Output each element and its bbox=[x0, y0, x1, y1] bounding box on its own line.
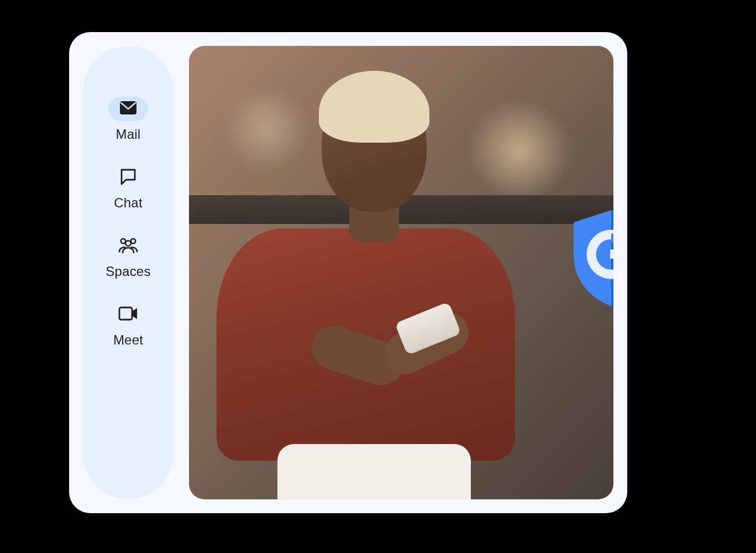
sidebar-item-mail[interactable]: Mail bbox=[108, 97, 148, 142]
sidebar-item-chat[interactable]: Chat bbox=[108, 165, 148, 211]
spaces-icon bbox=[118, 237, 138, 255]
meet-icon bbox=[118, 306, 138, 324]
meet-icon-wrap bbox=[108, 302, 148, 327]
sidebar-item-label: Mail bbox=[116, 127, 141, 142]
hero-photo bbox=[189, 46, 613, 499]
svg-point-1 bbox=[121, 239, 125, 243]
svg-point-3 bbox=[125, 241, 131, 246]
app-card: Mail Chat bbox=[69, 32, 627, 513]
photo-scene bbox=[189, 46, 613, 499]
svg-rect-4 bbox=[119, 307, 132, 320]
chat-icon-wrap bbox=[108, 165, 148, 190]
app-sidebar: Mail Chat bbox=[83, 46, 174, 499]
mail-icon-pill bbox=[108, 97, 148, 121]
mail-icon bbox=[119, 101, 137, 117]
sidebar-item-meet[interactable]: Meet bbox=[108, 302, 148, 348]
chat-icon bbox=[119, 168, 137, 187]
sidebar-item-label: Meet bbox=[113, 332, 143, 348]
svg-rect-6 bbox=[610, 249, 613, 259]
google-shield-icon bbox=[570, 209, 613, 307]
sidebar-item-label: Spaces bbox=[106, 264, 150, 279]
spaces-icon-wrap bbox=[108, 234, 148, 258]
svg-point-2 bbox=[131, 239, 135, 243]
sidebar-item-label: Chat bbox=[114, 195, 143, 211]
sidebar-item-spaces[interactable]: Spaces bbox=[106, 234, 150, 279]
